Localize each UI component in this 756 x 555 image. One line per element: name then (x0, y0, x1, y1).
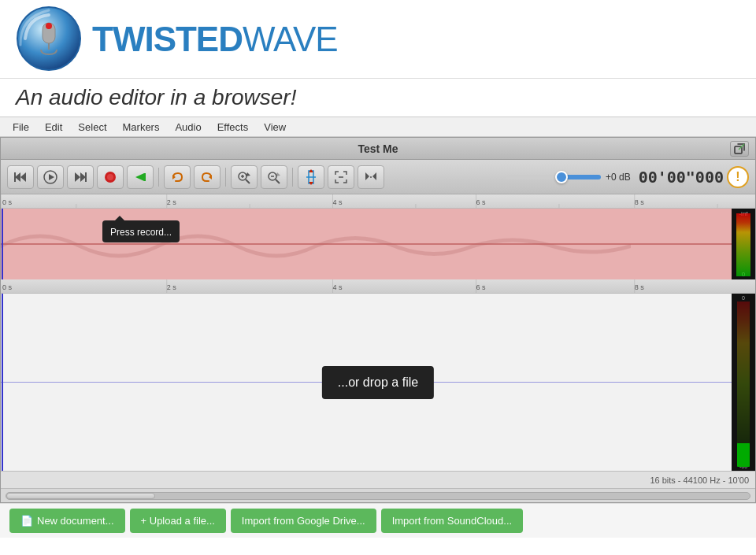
arrow-right-icon (133, 170, 147, 184)
new-document-label: New document... (37, 515, 114, 527)
redo-button[interactable] (194, 165, 220, 189)
time-display: 00'00"000 (637, 168, 724, 187)
waveform-2-area: ...or drop a file 0 -6 -12 -20 -30 -60 (1, 294, 755, 471)
toolbar-separator-1 (158, 168, 159, 187)
status-text: 16 bits - 44100 Hz - 10'00 (650, 475, 749, 485)
menu-audio[interactable]: Audio (169, 120, 207, 135)
svg-rect-11 (85, 172, 87, 182)
collapse-icon (363, 170, 379, 184)
menu-select[interactable]: Select (72, 120, 113, 135)
toolbar-separator-2 (225, 168, 226, 187)
scrollbar-area[interactable] (1, 488, 755, 502)
svg-marker-4 (15, 172, 20, 182)
menu-file[interactable]: File (6, 120, 35, 135)
vertical-zoom-button[interactable] (298, 165, 324, 189)
editor-wrapper: Test Me (0, 137, 756, 503)
status-bar: 16 bits - 44100 Hz - 10'00 (1, 471, 755, 488)
rewind-icon (13, 170, 28, 184)
svg-marker-5 (20, 172, 26, 182)
play-button[interactable] (37, 165, 64, 189)
go-to-end-button[interactable] (127, 165, 154, 189)
bottom-buttons: 📄 New document... + Upload a file... Imp… (0, 503, 756, 538)
menubar: File Edit Select Markers Audio Effects V… (0, 117, 756, 137)
record-tooltip: Press record... (102, 220, 180, 241)
collapse-button[interactable] (358, 165, 384, 189)
svg-marker-32 (365, 172, 369, 180)
rewind-button[interactable] (7, 165, 34, 189)
zoom-out-icon (266, 170, 282, 184)
warning-button[interactable]: ! (727, 166, 749, 188)
svg-marker-8 (49, 174, 54, 180)
title-close-btn[interactable] (730, 141, 749, 157)
menu-view[interactable]: View (258, 120, 292, 135)
svg-marker-14 (135, 173, 144, 181)
fast-forward-button[interactable] (67, 165, 94, 189)
title-bar: Test Me (1, 138, 755, 160)
app-title: TWISTEDWAVE (92, 20, 338, 59)
record-button[interactable]: Press record... (97, 165, 124, 189)
svg-point-2 (46, 23, 52, 29)
record-icon (103, 170, 117, 184)
svg-rect-15 (144, 173, 146, 181)
ruler2-ticks (1, 279, 755, 293)
external-link-icon (734, 143, 745, 154)
volume-slider[interactable] (506, 175, 601, 179)
zoom-in-button[interactable] (231, 165, 258, 189)
zoom-in-icon (236, 170, 252, 184)
vu-meter-top: -inf 0 (732, 209, 755, 279)
scroll-thumb[interactable] (6, 493, 155, 499)
vu-meter-bottom: 0 -6 -12 -20 -30 -60 (732, 294, 755, 471)
waveform-1: -inf 0 (1, 209, 755, 279)
svg-line-25 (276, 179, 280, 183)
drop-prompt-text[interactable]: ...or drop a file (322, 366, 434, 399)
menu-effects[interactable]: Effects (211, 120, 255, 135)
menu-markers[interactable]: Markers (117, 120, 166, 135)
svg-rect-48 (736, 213, 750, 276)
zoom-out-button[interactable] (261, 165, 287, 189)
vertical-zoom-icon (303, 169, 319, 185)
play-icon (43, 170, 57, 184)
menu-edit[interactable]: Edit (39, 120, 69, 135)
import-soundcloud-label: Import from SoundCloud... (392, 515, 512, 527)
app-header: TWISTEDWAVE (0, 0, 756, 79)
fast-forward-icon (73, 170, 87, 184)
upload-label: + Upload a file... (141, 515, 215, 527)
toolbar-separator-3 (292, 168, 293, 187)
logo-area: TWISTEDWAVE (16, 6, 338, 72)
svg-line-21 (246, 179, 250, 183)
import-google-drive-button[interactable]: Import from Google Drive... (231, 509, 376, 533)
svg-rect-58 (737, 443, 750, 467)
volume-label: +0 dB (606, 172, 634, 183)
app-logo-icon (16, 6, 83, 72)
import-google-label: Import from Google Drive... (242, 515, 365, 527)
upload-file-button[interactable]: + Upload a file... (130, 509, 226, 533)
warning-icon: ! (736, 170, 739, 184)
import-soundcloud-button[interactable]: Import from SoundCloud... (381, 509, 523, 533)
tagline: An audio editor in a browser! (0, 79, 756, 117)
volume-area: +0 dB (387, 172, 634, 183)
vu-scale-0: 0 (742, 295, 745, 301)
redo-icon (200, 170, 214, 184)
svg-marker-10 (80, 172, 86, 182)
vu-bar-svg-2 (736, 302, 750, 467)
vu-bar-svg (735, 213, 752, 276)
new-document-button[interactable]: 📄 New document... (9, 509, 125, 533)
zoom-fit-button[interactable] (328, 165, 354, 189)
document-title: Test Me (26, 142, 730, 155)
svg-rect-57 (737, 302, 750, 443)
ruler-ticks (1, 194, 755, 208)
toolbar: Press record... (1, 160, 755, 194)
undo-button[interactable] (164, 165, 191, 189)
ruler-1: 0 s 2 s 4 s 6 s 8 s (1, 194, 755, 209)
scroll-track (6, 492, 750, 500)
svg-point-13 (107, 174, 113, 180)
drop-zone[interactable]: ...or drop a file (322, 366, 434, 399)
new-doc-icon: 📄 (20, 515, 33, 527)
svg-rect-6 (14, 172, 16, 182)
ruler-2: 0 s 2 s 4 s 6 s 8 s (1, 279, 755, 294)
title-light: WAVE (243, 20, 338, 58)
title-bold: TWISTED (92, 20, 243, 58)
zoom-fit-icon (333, 170, 349, 184)
svg-marker-9 (75, 172, 80, 182)
undo-icon (170, 170, 184, 184)
